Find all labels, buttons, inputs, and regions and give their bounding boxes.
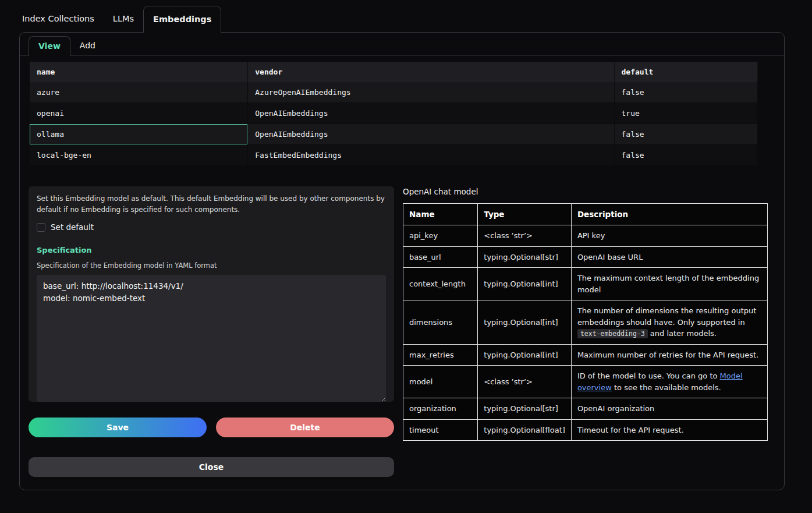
cell-name: local-bge-en	[30, 145, 248, 165]
param-name: api_key	[403, 225, 478, 247]
view-add-tab-bar: View Add	[20, 33, 784, 56]
embeddings-row-ollama[interactable]: ollamaOpenAIEmbeddingsfalse	[30, 124, 758, 145]
action-button-row: Save Delete	[29, 418, 394, 437]
param-description: OpenAI base URL	[571, 246, 767, 268]
cell-default: false	[615, 82, 758, 102]
param-name: max_retries	[403, 344, 478, 366]
param-name: timeout	[403, 419, 478, 441]
close-button[interactable]: Close	[29, 457, 394, 477]
param-name: model	[403, 366, 478, 398]
params-header-description: Description	[571, 204, 767, 225]
tab-index-collections[interactable]: Index Collections	[13, 6, 104, 32]
inline-code: text-embedding-3	[577, 329, 648, 338]
tab-embeddings[interactable]: Embeddings	[143, 6, 221, 33]
specification-heading: Specification	[37, 246, 386, 255]
param-row-api_key: api_key<class ’str’>API key	[403, 225, 768, 247]
embeddings-panel: View Add name vendor default azureAzureO…	[19, 32, 785, 490]
cell-name: azure	[30, 82, 248, 102]
param-description: OpenAI organization	[571, 398, 767, 420]
tab-add[interactable]: Add	[70, 36, 105, 55]
param-name: context_length	[403, 268, 478, 300]
param-row-max_retries: max_retriestyping.Optional[int]Maximum n…	[403, 344, 768, 366]
description-text: to see the available models.	[612, 383, 721, 392]
set-default-checkbox[interactable]	[37, 223, 45, 232]
header-name: name	[30, 62, 248, 82]
cell-name: openai	[30, 103, 248, 123]
header-default: default	[615, 62, 758, 82]
embeddings-table-body: azureAzureOpenAIEmbeddingsfalseopenaiOpe…	[30, 82, 758, 166]
cell-vendor: OpenAIEmbeddings	[248, 124, 614, 144]
params-header-row: Name Type Description	[403, 204, 768, 225]
description-text: The number of dimensions the resulting o…	[577, 306, 756, 327]
params-header-name: Name	[403, 204, 478, 225]
cell-name: ollama	[30, 124, 248, 144]
param-type: typing.Optional[int]	[478, 268, 572, 300]
params-table-body: api_key<class ’str’>API keybase_urltypin…	[403, 225, 768, 441]
param-row-timeout: timeouttyping.Optional[float]Timeout for…	[403, 419, 768, 441]
delete-button[interactable]: Delete	[216, 418, 394, 437]
set-default-label: Set default	[51, 222, 94, 232]
param-type: typing.Optional[str]	[478, 398, 572, 420]
param-row-context_length: context_lengthtyping.Optional[int]The ma…	[403, 268, 768, 300]
description-text: and later models.	[648, 329, 717, 338]
param-type: <class ’str’>	[478, 366, 572, 398]
model-info-column: OpenAI chat model Name Type Description …	[403, 186, 768, 441]
param-description: The maximum context length of the embedd…	[571, 268, 767, 300]
param-type: typing.Optional[str]	[478, 246, 572, 268]
param-description: Timeout for the API request.	[571, 419, 767, 441]
model-info-title: OpenAI chat model	[403, 187, 768, 196]
model-params-table: Name Type Description api_key<class ’str…	[403, 203, 768, 441]
embeddings-row-openai[interactable]: openaiOpenAIEmbeddingstrue	[30, 103, 758, 124]
param-row-organization: organizationtyping.Optional[str]OpenAI o…	[403, 398, 768, 420]
set-default-row[interactable]: Set default	[37, 222, 386, 232]
param-description: API key	[571, 225, 767, 247]
params-header-type: Type	[478, 204, 572, 225]
param-row-base_url: base_urltyping.Optional[str]OpenAI base …	[403, 246, 768, 268]
param-type: typing.Optional[int]	[478, 344, 572, 366]
edit-column: Set this Embedding model as default. Thi…	[29, 186, 394, 477]
embeddings-table: name vendor default azureAzureOpenAIEmbe…	[30, 62, 758, 166]
top-tab-bar: Index Collections LLMs Embeddings	[13, 6, 812, 32]
embeddings-table-header: name vendor default	[30, 62, 758, 82]
param-name: base_url	[403, 246, 478, 268]
app-root: Index Collections LLMs Embeddings View A…	[0, 0, 812, 490]
param-row-dimensions: dimensionstyping.Optional[int]The number…	[403, 300, 768, 345]
tab-view[interactable]: View	[29, 36, 70, 56]
cell-vendor: FastEmbedEmbeddings	[248, 145, 614, 165]
param-description: Maximum number of retries for the API re…	[571, 344, 767, 366]
param-name: organization	[403, 398, 478, 420]
cell-vendor: OpenAIEmbeddings	[248, 103, 614, 123]
default-settings-box: Set this Embedding model as default. Thi…	[29, 186, 394, 402]
param-type: <class ’str’>	[478, 225, 572, 247]
detail-area: Set this Embedding model as default. Thi…	[29, 186, 768, 477]
param-description: The number of dimensions the resulting o…	[571, 300, 767, 345]
yaml-spec-textarea[interactable]: base_url: http://localhost:11434/v1/ mod…	[37, 275, 386, 402]
specification-description: Specification of the Embedding model in …	[37, 262, 386, 270]
default-description: Set this Embedding model as default. Thi…	[37, 193, 386, 215]
cell-default: true	[615, 103, 758, 123]
header-vendor: vendor	[248, 62, 614, 82]
embeddings-row-local-bge-en[interactable]: local-bge-enFastEmbedEmbeddingsfalse	[30, 145, 758, 166]
cell-default: false	[615, 124, 758, 144]
param-name: dimensions	[403, 300, 478, 345]
param-type: typing.Optional[float]	[478, 419, 572, 441]
param-type: typing.Optional[int]	[478, 300, 572, 345]
description-text: ID of the model to use. You can go to	[577, 372, 720, 380]
tab-llms[interactable]: LLMs	[104, 6, 143, 32]
param-row-model: model<class ’str’>ID of the model to use…	[403, 366, 768, 398]
save-button[interactable]: Save	[29, 418, 207, 437]
cell-default: false	[615, 145, 758, 165]
cell-vendor: AzureOpenAIEmbeddings	[248, 82, 614, 102]
embeddings-row-azure[interactable]: azureAzureOpenAIEmbeddingsfalse	[30, 82, 758, 103]
param-description: ID of the model to use. You can go to Mo…	[571, 366, 767, 398]
